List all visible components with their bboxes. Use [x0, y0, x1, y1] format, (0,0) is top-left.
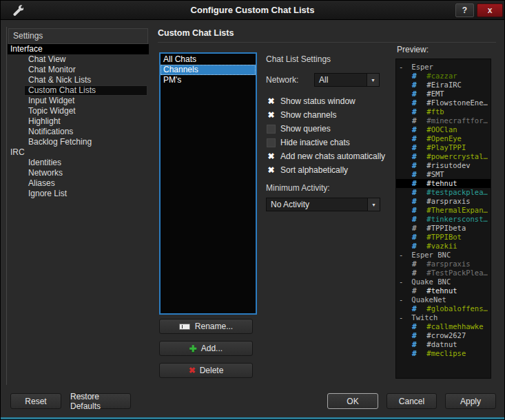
preview-tree-row[interactable]: - # #TPPIBot: [396, 233, 491, 242]
preview-tree-row[interactable]: - # #ftb: [396, 107, 491, 116]
channel-hash-icon: #: [412, 206, 421, 215]
sidebar-item[interactable]: Topic Widget: [8, 106, 149, 116]
preview-tree-row[interactable]: - # #cazzar: [396, 72, 491, 81]
checkbox-row[interactable]: ✖ Show queries: [266, 122, 390, 136]
preview-tree-row[interactable]: - # #FlowstoneEne…: [396, 98, 491, 107]
apply-button[interactable]: Apply: [445, 393, 496, 409]
channel-hash-icon: #: [412, 269, 421, 277]
collapse-icon[interactable]: -: [399, 295, 406, 304]
preview-tree-row[interactable]: - # #EMT: [396, 90, 491, 98]
preview-tree-row[interactable]: - # #tinkersconst…: [396, 215, 491, 224]
plus-icon: ✚: [189, 344, 197, 354]
preview-tree-row[interactable]: - # #globaloffens…: [396, 304, 491, 313]
settings-section-title: Chat List Settings: [266, 54, 390, 64]
sidebar-item[interactable]: Chat & Nick Lists: [8, 75, 149, 85]
preview-tree-row[interactable]: - # #TestPackPlea…: [396, 269, 491, 277]
checkbox[interactable]: ✖: [266, 110, 276, 120]
page-title: Custom Chat Lists: [158, 28, 234, 38]
preview-item-label: #OOClan: [425, 125, 457, 134]
titlebar[interactable]: Configure Custom Chat Lists ? x: [1, 1, 504, 20]
preview-tree-row[interactable]: - # #arspraxis: [396, 197, 491, 206]
window-title: Configure Custom Chat Lists: [1, 5, 504, 15]
sidebar-item[interactable]: Ignore List: [8, 189, 149, 199]
preview-tree-row[interactable]: - # #arspraxis: [396, 260, 491, 269]
preview-tree-row[interactable]: - # #datnut: [396, 340, 491, 349]
preview-tree-row[interactable]: - # #risutodev: [396, 161, 491, 170]
channel-hash-icon: #: [412, 322, 421, 331]
minimum-activity-select-arrow-button[interactable]: ▼: [367, 198, 380, 211]
chat-list-item[interactable]: Channels: [161, 65, 256, 75]
collapse-icon[interactable]: -: [399, 251, 406, 260]
preview-tree-row[interactable]: - # #OpenEye: [396, 134, 491, 143]
rename-button[interactable]: Rename...: [159, 319, 253, 334]
ok-button[interactable]: OK: [327, 393, 378, 409]
sidebar-item[interactable]: Notifications: [8, 127, 149, 137]
close-button[interactable]: x: [477, 3, 503, 17]
cancel-button[interactable]: Cancel: [387, 393, 437, 409]
preview-tree-row[interactable]: - # #SMT: [396, 170, 491, 179]
preview-tree-row[interactable]: - # #EiraIRC: [396, 81, 491, 90]
preview-tree-row[interactable]: - # #TPPIbeta: [396, 224, 491, 233]
sidebar-item[interactable]: Custom Chat Lists: [8, 85, 149, 96]
preview-tree-row[interactable]: - # Esper: [396, 63, 491, 72]
preview-tree-row[interactable]: - # #ThermalExpan…: [396, 206, 491, 215]
add-button[interactable]: ✚ Add...: [159, 341, 253, 356]
channel-hash-icon: #: [412, 242, 421, 251]
checkbox[interactable]: ✖: [266, 96, 276, 106]
network-select[interactable]: All ▼: [314, 73, 380, 87]
collapse-icon[interactable]: -: [399, 277, 406, 286]
help-button[interactable]: ?: [455, 3, 474, 17]
preview-tree-row[interactable]: - # Twitch: [396, 313, 491, 322]
collapse-icon[interactable]: -: [399, 63, 406, 72]
sidebar-item[interactable]: Input Widget: [8, 96, 149, 106]
preview-tree-row[interactable]: - # #crow2627: [396, 331, 491, 340]
preview-tree-row[interactable]: - # #PlayTPPI: [396, 143, 491, 152]
preview-tree-row[interactable]: - # #meclipse: [396, 349, 491, 358]
checkbox-row[interactable]: ✖ Show channels: [266, 108, 390, 122]
sidebar-item[interactable]: Interface: [8, 44, 149, 54]
reset-button[interactable]: Reset: [10, 393, 61, 409]
checkbox[interactable]: ✖: [266, 151, 276, 161]
sidebar-item[interactable]: Chat View: [8, 54, 149, 65]
channel-hash-icon: #: [412, 81, 421, 90]
sidebar-item[interactable]: Identities: [8, 158, 149, 168]
sidebar-item[interactable]: IRC: [8, 147, 149, 158]
minimum-activity-select[interactable]: No Activity ▼: [266, 198, 380, 211]
chat-list-item[interactable]: PM's: [161, 75, 256, 85]
preview-tree-row[interactable]: - # Quake BNC: [396, 277, 491, 286]
network-select-arrow-button[interactable]: ▼: [367, 74, 379, 86]
preview-tree-row[interactable]: - # #minecraftfor…: [396, 116, 491, 125]
preview-item-label: #TPPIbeta: [425, 224, 466, 232]
sidebar-item[interactable]: Highlight: [8, 116, 149, 127]
delete-button[interactable]: ✖ Delete: [159, 363, 253, 378]
preview-item-label: #arspraxis: [425, 260, 470, 268]
channel-hash-icon: #: [412, 72, 421, 81]
preview-tree-row[interactable]: - # #OOClan: [396, 125, 491, 134]
checkbox[interactable]: ✖: [266, 165, 276, 175]
sidebar-item[interactable]: Backlog Fetching: [8, 137, 149, 147]
collapse-icon[interactable]: -: [399, 313, 406, 322]
sidebar-item[interactable]: Networks: [8, 168, 149, 178]
checkbox[interactable]: ✖: [267, 138, 276, 147]
sidebar-item[interactable]: Chat Monitor: [8, 65, 149, 75]
preview-tree-row[interactable]: - # #tehnut: [396, 286, 491, 295]
checkbox-row[interactable]: ✖ Sort alphabetically: [266, 163, 390, 177]
restore-defaults-button[interactable]: Restore Defaults: [70, 393, 131, 409]
preview-item-label: #PlayTPPI: [425, 143, 466, 151]
preview-tree-row[interactable]: - # Esper BNC: [396, 251, 491, 260]
checkbox-row[interactable]: ✖ Show status window: [266, 94, 390, 108]
preview-tree-row[interactable]: - # #powercrystal…: [396, 152, 491, 161]
checkbox-row[interactable]: ✖ Hide inactive chats: [266, 136, 390, 149]
checkbox-row[interactable]: ✖ Add new chats automatically: [266, 149, 390, 163]
chat-list-item[interactable]: All Chats: [161, 54, 256, 65]
channel-hash-icon: #: [412, 197, 421, 206]
preview-tree-row[interactable]: - # #callmehhawke: [396, 322, 491, 331]
preview-tree-row[interactable]: - # QuakeNet: [396, 295, 491, 304]
preview-tree-row[interactable]: - # #vazkii: [396, 242, 491, 251]
cancel-button-label: Cancel: [399, 397, 424, 406]
preview-tree-row[interactable]: - # #testpackplea…: [396, 188, 491, 197]
checkbox[interactable]: ✖: [267, 125, 276, 134]
sidebar-item[interactable]: Aliases: [8, 178, 149, 189]
chat-list-box[interactable]: All Chats Channels PM's: [159, 52, 257, 315]
preview-tree-row[interactable]: - # #tehnut: [396, 179, 491, 188]
